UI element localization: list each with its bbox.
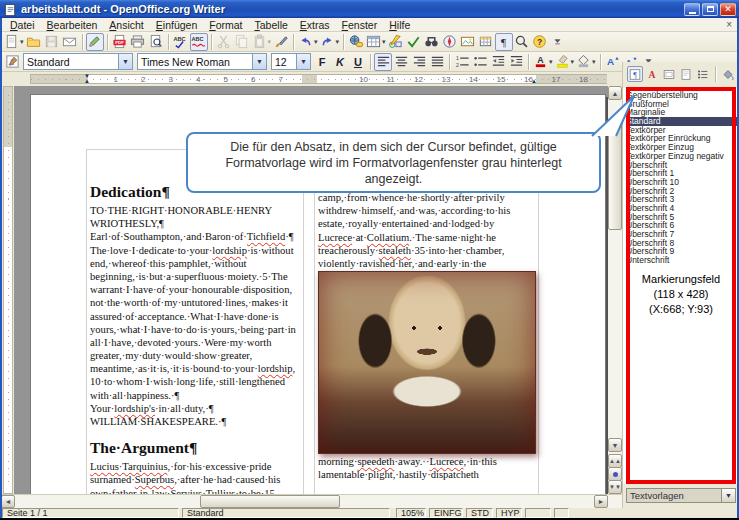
chevron-down-icon[interactable]: ▾ xyxy=(549,58,553,66)
list-styles-icon[interactable] xyxy=(695,66,711,82)
auto-spellcheck-icon[interactable]: ABC xyxy=(190,33,208,51)
underline-icon[interactable]: U xyxy=(349,53,367,71)
paste-icon[interactable]: ▾ xyxy=(251,33,273,51)
indent-marker-icon[interactable]: ▲ xyxy=(84,79,90,84)
hyperlink-icon[interactable] xyxy=(347,33,365,51)
bullet-list-icon[interactable] xyxy=(471,53,489,71)
vertical-scrollbar[interactable]: ▲ ▼ ▲▲ ▼▼ xyxy=(608,86,622,494)
page-styles-icon[interactable] xyxy=(678,66,694,82)
status-selection-mode[interactable]: STD xyxy=(466,508,493,518)
chevron-down-icon[interactable]: ▾ xyxy=(314,38,318,46)
horizontal-scrollbar[interactable]: ◄ ► xyxy=(0,494,622,508)
redo-icon[interactable]: ▾ xyxy=(319,33,341,51)
menu-hilfe[interactable]: Hilfe xyxy=(383,19,416,31)
numbered-list-icon[interactable]: 12 xyxy=(453,53,471,71)
paragraph-styles-icon[interactable]: ¶ xyxy=(627,66,643,82)
menu-format[interactable]: Format xyxy=(203,19,248,31)
fill-format-mode-icon[interactable] xyxy=(720,66,736,82)
chevron-down-icon[interactable]: ▾ xyxy=(382,38,386,46)
data-sources-icon[interactable] xyxy=(477,33,495,51)
find-and-replace-icon[interactable] xyxy=(423,33,441,51)
chevron-down-icon[interactable]: ▾ xyxy=(592,58,596,66)
gallery-icon[interactable] xyxy=(459,33,477,51)
edit-file-icon[interactable] xyxy=(86,33,104,51)
menu-tabelle[interactable]: Tabelle xyxy=(249,19,294,31)
chevron-down-icon[interactable]: ▾ xyxy=(20,38,24,46)
navigation-icon[interactable] xyxy=(608,467,622,481)
autocorrect-check-icon[interactable] xyxy=(405,33,423,51)
right-indent-marker-icon[interactable]: ▲ xyxy=(531,79,537,84)
grow-font-icon[interactable]: A xyxy=(604,53,622,71)
next-page-icon[interactable]: ▼▼ xyxy=(608,480,622,494)
background-color-icon[interactable]: ▾ xyxy=(575,53,597,71)
menu-fenster[interactable]: Fenster xyxy=(336,19,384,31)
toolbar-options-icon[interactable] xyxy=(549,33,567,51)
previous-page-icon[interactable]: ▲▲ xyxy=(608,454,622,468)
insert-table-icon[interactable]: ▾ xyxy=(365,33,387,51)
frame-styles-icon[interactable] xyxy=(661,66,677,82)
horizontal-ruler[interactable]: 1234567101112131415161718 ▼ ▲ ▲ xyxy=(0,72,622,86)
page-preview-icon[interactable] xyxy=(147,33,165,51)
scroll-right-icon[interactable]: ► xyxy=(594,495,608,508)
new-document-icon[interactable]: ▾ xyxy=(3,33,25,51)
scroll-left-icon[interactable]: ◄ xyxy=(1,495,15,508)
open-document-icon[interactable] xyxy=(25,33,43,51)
export-as-pdf-icon[interactable]: PDF xyxy=(111,33,129,51)
chevron-down-icon[interactable]: ▼ xyxy=(296,54,310,69)
paragraph-style-combo[interactable]: Standard ▼ xyxy=(23,53,133,70)
menu-ansicht[interactable]: Ansicht xyxy=(103,19,149,31)
character-styles-icon[interactable]: A xyxy=(644,66,660,82)
status-page-style[interactable]: Standard xyxy=(182,508,390,518)
menu-extras[interactable]: Extras xyxy=(294,19,336,31)
chevron-down-icon[interactable]: ▾ xyxy=(268,38,272,46)
align-right-icon[interactable] xyxy=(410,53,428,71)
spellcheck-icon[interactable]: ABC xyxy=(172,33,190,51)
italic-icon[interactable]: K xyxy=(331,53,349,71)
chevron-down-icon[interactable]: ▼ xyxy=(721,489,735,502)
justify-icon[interactable] xyxy=(428,53,446,71)
font-size-combo[interactable]: 12 ▼ xyxy=(271,53,311,70)
cut-icon[interactable] xyxy=(215,33,233,51)
right-text-column[interactable]: camp,·from·whence·he·shortly·after·privi… xyxy=(318,191,537,482)
menu-einfügen[interactable]: Einfügen xyxy=(150,19,203,31)
chevron-down-icon[interactable]: ▼ xyxy=(118,54,132,69)
document-as-email-icon[interactable] xyxy=(61,33,79,51)
style-list-item[interactable]: Unterschrift xyxy=(626,256,738,265)
formatting-marks-icon[interactable]: ¶ xyxy=(495,33,513,51)
menu-bearbeiten[interactable]: Bearbeiten xyxy=(41,19,104,31)
horizontal-scrollbar-thumb[interactable] xyxy=(200,495,340,508)
undo-icon[interactable]: ▾ xyxy=(297,33,319,51)
save-icon[interactable] xyxy=(43,33,61,51)
increase-indent-icon[interactable] xyxy=(507,53,525,71)
styles-window-icon[interactable]: A xyxy=(3,53,21,71)
vertical-ruler[interactable] xyxy=(2,86,14,494)
restore-button[interactable] xyxy=(702,3,718,16)
font-name-combo[interactable]: Times New Roman ▼ xyxy=(137,53,267,70)
scroll-down-icon[interactable]: ▼ xyxy=(608,438,622,452)
copy-icon[interactable] xyxy=(233,33,251,51)
chevron-down-icon[interactable]: ▾ xyxy=(571,58,575,66)
chevron-down-icon[interactable]: ▼ xyxy=(252,54,266,69)
left-text-column[interactable]: Dedication¶TO·THE·RIGHT·HONORABLE·HENRYW… xyxy=(90,182,304,494)
chevron-down-icon[interactable]: ▾ xyxy=(336,38,340,46)
zoom-icon[interactable] xyxy=(513,33,531,51)
status-hyperlink-mode[interactable]: HYP xyxy=(496,508,522,518)
print-icon[interactable] xyxy=(129,33,147,51)
close-document-icon[interactable]: × xyxy=(726,19,732,30)
status-zoom[interactable]: 105% xyxy=(396,508,426,518)
minimize-button[interactable] xyxy=(684,3,700,16)
navigator-icon[interactable] xyxy=(441,33,459,51)
font-color-icon[interactable]: A▾ xyxy=(532,53,554,71)
menu-datei[interactable]: Datei xyxy=(4,19,41,31)
align-center-icon[interactable] xyxy=(392,53,410,71)
show-draw-functions-icon[interactable] xyxy=(387,33,405,51)
decrease-indent-icon[interactable] xyxy=(489,53,507,71)
highlighting-icon[interactable]: ▾ xyxy=(554,53,576,71)
bold-icon[interactable]: F xyxy=(313,53,331,71)
format-paintbrush-icon[interactable] xyxy=(272,33,290,51)
style-filter-dropdown[interactable]: Textvorlagen ▼ xyxy=(626,488,736,503)
status-insert-mode[interactable]: EINFG xyxy=(429,508,463,518)
align-left-icon[interactable] xyxy=(374,53,392,71)
help-icon[interactable]: ? xyxy=(531,33,549,51)
close-button[interactable]: ✕ xyxy=(720,3,736,16)
